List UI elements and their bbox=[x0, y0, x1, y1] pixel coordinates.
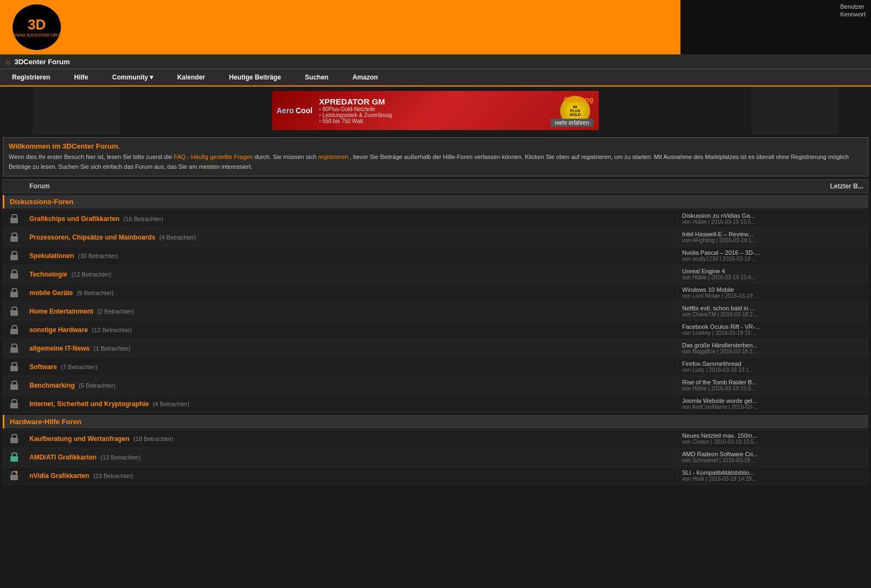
forum-name-spekulationen[interactable]: Spekulationen bbox=[29, 252, 74, 260]
last-post-title-nvidia-grafik[interactable]: SLI - Kompatibilitätsbiblio... bbox=[682, 469, 863, 476]
site-logo[interactable]: 3D WWW.3DCENTER.ORG bbox=[11, 3, 63, 52]
forum-watchers-technologie: (12 Betrachter) bbox=[71, 271, 111, 278]
last-post-meta-kaufberatung: von Civtam | 2016-03-19 15:5... bbox=[682, 439, 863, 445]
forum-name-kaufberatung[interactable]: Kaufberatung und Wertanfragen bbox=[29, 435, 130, 443]
forum-row-amdati[interactable]: AMD/ATI Grafikkarten (13 Betrachter) AMD… bbox=[3, 448, 868, 466]
forum-name-home[interactable]: Home Entertainment bbox=[29, 308, 93, 315]
forum-watchers-amdati: (13 Betrachter) bbox=[100, 454, 140, 461]
last-post-title-kaufberatung[interactable]: Neues Netzteil max. 150m... bbox=[682, 432, 863, 439]
forum-row-nvidia-grafik[interactable]: ● nVidia Grafikkarten (23 Betrachter) SL… bbox=[3, 467, 868, 485]
forum-row-internet[interactable]: Internet, Sicherheit und Kryptographie (… bbox=[3, 395, 868, 413]
forum-watchers-nvidia-grafik: (23 Betrachter) bbox=[93, 473, 133, 479]
ad-banner[interactable]: AeroCool XPREDATOR GM › 80Plus-Gold-Netz… bbox=[272, 91, 599, 130]
forum-row-technologie[interactable]: Technologie (12 Betrachter) Unreal Engin… bbox=[3, 265, 868, 283]
forum-name-amdati[interactable]: AMD/ATI Grafikkarten bbox=[29, 454, 96, 461]
forum-row-sonstige[interactable]: sonstige Hardware (12 Betrachter) Facebo… bbox=[3, 321, 868, 339]
forum-watchers-spekulationen: (30 Betrachter) bbox=[78, 253, 118, 259]
last-post-title-benchmarking[interactable]: Rise of the Tomb Raider B... bbox=[682, 379, 863, 385]
last-post-title-sonstige[interactable]: Facebook Oculus Rift - VR-... bbox=[682, 323, 863, 330]
forum-row-kaufberatung[interactable]: Kaufberatung und Wertanfragen (18 Betrac… bbox=[3, 430, 868, 448]
forum-watchers-prozessoren: (4 Betrachter) bbox=[160, 234, 196, 241]
forum-row-software[interactable]: Software (7 Betrachter) Firefox-Sammelth… bbox=[3, 358, 868, 376]
forum-icon-allgemeine bbox=[3, 344, 25, 353]
nav-kalender[interactable]: Kalender bbox=[165, 69, 217, 85]
last-post-meta-home: von ChaosTM | 2016-03-18 2... bbox=[682, 311, 863, 317]
home-icon: ⌂ bbox=[5, 57, 10, 66]
welcome-text: Wenn dies Ihr erster Besuch hier ist, le… bbox=[9, 152, 862, 171]
forum-icon-benchmarking bbox=[3, 381, 25, 390]
forum-row-mobile[interactable]: mobile Geräte (9 Betrachter) Windows 10 … bbox=[3, 284, 868, 302]
forum-icon-kaufberatung bbox=[3, 434, 25, 443]
forum-row-benchmarking[interactable]: Benchmarking (5 Betrachter) Rise of the … bbox=[3, 376, 868, 394]
register-link[interactable]: registrieren bbox=[318, 154, 348, 160]
last-post-meta-technologie: von Hübie | 2016-03-19 15:4... bbox=[682, 274, 863, 280]
last-post-title-home[interactable]: Netflix evtl. schon bald in ... bbox=[682, 305, 863, 311]
forum-name-software[interactable]: Software bbox=[29, 363, 57, 371]
last-post-meta-nvidia-grafik: von HisN | 2016-03-19 14:29... bbox=[682, 476, 863, 482]
forum-row-spekulationen[interactable]: Spekulationen (30 Betrachter) Nvidia Pas… bbox=[3, 247, 868, 265]
breadcrumb: 3DCenter Forum bbox=[14, 58, 70, 66]
forum-name-mobile[interactable]: mobile Geräte bbox=[29, 289, 73, 297]
last-post-meta-prozessoren: von 4Fighting | 2016-03-19 1... bbox=[682, 237, 863, 243]
forum-watchers-allgemeine: (1 Betrachter) bbox=[94, 345, 130, 352]
nav-heutige[interactable]: Heutige Beiträge bbox=[217, 69, 293, 85]
forum-icon-amdati bbox=[3, 452, 25, 462]
last-post-meta-spekulationen: von scully1234 | 2016-03-19 ... bbox=[682, 256, 863, 262]
forum-watchers-mobile: (9 Betrachter) bbox=[77, 290, 113, 296]
last-post-title-software[interactable]: Firefox-Sammelthread bbox=[682, 360, 863, 367]
last-post-meta-benchmarking: von Hübie | 2016-03-19 15:5... bbox=[682, 385, 863, 391]
last-post-title-technologie[interactable]: Unreal Engine 4 bbox=[682, 268, 863, 274]
password-label: Kennwort bbox=[841, 11, 866, 17]
forum-name-benchmarking[interactable]: Benchmarking bbox=[29, 382, 75, 389]
last-post-meta-grafikchips: von Hübie | 2016-03-19 15:5... bbox=[682, 219, 863, 225]
forum-watchers-home: (2 Betrachter) bbox=[97, 308, 134, 315]
ad-tagline1: › 80Plus-Gold-Netzteile bbox=[319, 106, 556, 112]
forum-name-technologie[interactable]: Technologie bbox=[29, 271, 68, 278]
forum-icon-nvidia-grafik: ● bbox=[3, 471, 25, 480]
nav-community[interactable]: Community ▾ bbox=[100, 69, 165, 85]
forum-name-sonstige[interactable]: sonstige Hardware bbox=[29, 326, 88, 334]
faq-link[interactable]: FAQ - Häufig gestellte Fragen bbox=[174, 154, 253, 160]
last-post-meta-internet: von AintCoolName | 2016-03-... bbox=[682, 404, 863, 410]
forum-name-nvidia-grafik[interactable]: nVidia Grafikkarten bbox=[29, 472, 89, 480]
forum-name-allgemeine[interactable]: allgemeine IT-News bbox=[29, 345, 90, 352]
forum-name-grafikchips[interactable]: Grafikchips und Grafikkarten bbox=[29, 215, 119, 223]
forum-watchers-internet: (4 Betrachter) bbox=[153, 401, 189, 407]
welcome-title: Willkommen im 3DCenter Forum. bbox=[9, 142, 862, 150]
forum-icon-home bbox=[3, 307, 25, 316]
last-post-title-mobile[interactable]: Windows 10 Mobile bbox=[682, 286, 863, 293]
nav-amazon[interactable]: Amazon bbox=[340, 69, 390, 85]
forum-name-prozessoren[interactable]: Prozessoren, Chipsätze und Mainboards bbox=[29, 234, 155, 241]
forum-watchers-sonstige: (12 Betrachter) bbox=[92, 327, 132, 333]
forum-row-prozessoren[interactable]: Prozessoren, Chipsätze und Mainboards (4… bbox=[3, 228, 868, 246]
forum-icon-internet bbox=[3, 399, 25, 408]
ad-product: XPREDATOR GM bbox=[319, 97, 556, 106]
last-post-title-amdati[interactable]: AMD Radeon Software Cri... bbox=[682, 451, 863, 457]
last-post-meta-allgemeine: von BaggiBox | 2016-03-18 2... bbox=[682, 348, 863, 354]
forum-row-grafikchips[interactable]: Grafikchips und Grafikkarten (16 Betrach… bbox=[3, 210, 868, 228]
login-area: Benutzer Kennwort bbox=[841, 3, 866, 18]
last-post-meta-software: von Lurtz | 2016-03-18 23:1... bbox=[682, 367, 863, 373]
col-last-header: Letzter B... bbox=[677, 180, 868, 193]
login-label: Benutzer bbox=[841, 3, 864, 10]
last-post-title-spekulationen[interactable]: Nvidia Pascal – 2016 – 3D-... bbox=[682, 249, 863, 256]
nav-register[interactable]: Registrieren bbox=[0, 69, 62, 85]
last-post-title-allgemeine[interactable]: Das große Händlersterben... bbox=[682, 342, 863, 348]
ad-mehr-button[interactable]: mehr erfahren bbox=[550, 119, 593, 127]
forum-row-home[interactable]: Home Entertainment (2 Betrachter) Netfli… bbox=[3, 302, 868, 320]
forum-icon-mobile bbox=[3, 288, 25, 297]
nav-hilfe[interactable]: Hilfe bbox=[62, 69, 100, 85]
forum-name-internet[interactable]: Internet, Sicherheit und Kryptographie bbox=[29, 400, 149, 408]
forum-icon-grafikchips bbox=[3, 214, 25, 223]
nav-suchen[interactable]: Suchen bbox=[293, 69, 340, 85]
forum-icon-prozessoren bbox=[3, 232, 25, 242]
forum-icon-technologie bbox=[3, 270, 25, 279]
forum-row-allgemeine[interactable]: allgemeine IT-News (1 Betrachter) Das gr… bbox=[3, 339, 868, 357]
last-post-title-prozessoren[interactable]: Intel Haswell-E – Review... bbox=[682, 231, 863, 237]
forum-icon-software bbox=[3, 362, 25, 371]
last-post-title-internet[interactable]: Joomla Website wurde gel... bbox=[682, 397, 863, 404]
last-post-meta-mobile: von Lord Wotan | 2016-03-19 ... bbox=[682, 293, 863, 299]
ad-brand: Cool bbox=[296, 106, 312, 115]
forum-icon-sonstige bbox=[3, 325, 25, 334]
last-post-title-grafikchips[interactable]: Diskussion zu nVidias Ga... bbox=[682, 212, 863, 219]
